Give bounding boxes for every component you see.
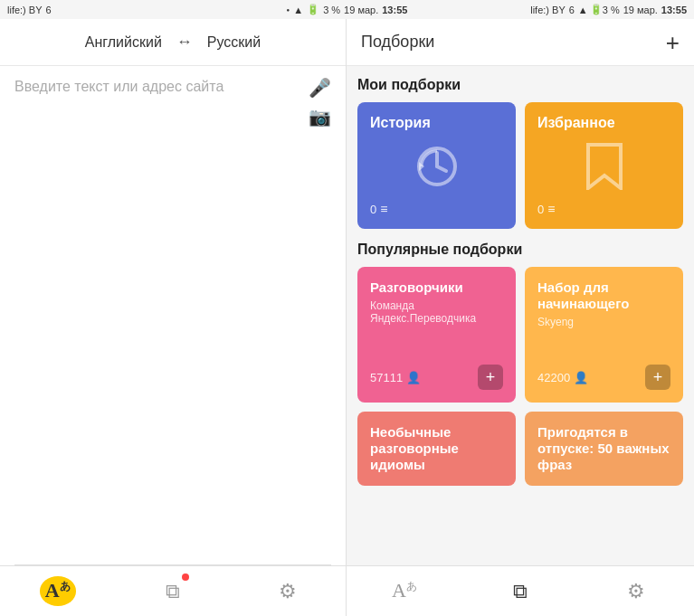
- favorites-card-icon-area: [537, 131, 670, 202]
- status-bar-center: ● ▲ 🔋 3 % 19 мар. 13:55: [287, 4, 408, 15]
- translator-input-area[interactable]: Введите текст или адрес сайта 🎤 📷: [0, 66, 346, 565]
- settings-nav-icon-right: ⚙: [627, 580, 645, 603]
- divider-line: [14, 564, 331, 565]
- idioms-card-title: Необычные разговорные идиомы: [370, 424, 503, 473]
- collections-title: Подборки: [361, 33, 434, 52]
- nav-item-translate-right[interactable]: Aあ: [347, 566, 462, 616]
- camera-icon[interactable]: 📷: [309, 106, 331, 128]
- favorites-card-title: Избранное: [537, 115, 670, 131]
- source-language[interactable]: Английский: [85, 34, 162, 51]
- swap-languages-icon[interactable]: ↔: [176, 33, 193, 52]
- collections-nav-icon: ⧉: [513, 580, 528, 603]
- signal-right: 6: [569, 5, 575, 15]
- signal-left: 6: [46, 5, 52, 15]
- right-panel: Подборки + Мои подборки История: [347, 19, 694, 616]
- favorites-card[interactable]: Избранное 0 ≡: [525, 102, 683, 229]
- beginner-card-title: Набор для начинающего: [537, 280, 670, 312]
- history-card-count: 0 ≡: [370, 202, 503, 216]
- my-collections-section: Мои подборки История: [357, 77, 683, 229]
- status-date: 19 мар.: [344, 5, 378, 15]
- battery-percent: 3 %: [323, 5, 340, 15]
- list-icon-fav: ≡: [547, 202, 555, 216]
- left-bottom-nav: Aあ ⧉ ⚙: [0, 565, 346, 616]
- beginner-card-footer: 42200 👤 +: [537, 365, 670, 390]
- phrasebook-count-area: 57111 👤: [370, 371, 421, 384]
- nav-item-collections-right[interactable]: ⧉: [462, 566, 578, 616]
- svg-marker-2: [588, 145, 621, 188]
- settings-nav-icon-left: ⚙: [279, 580, 297, 603]
- app-container: Английский ↔ Русский Введите текст или а…: [0, 19, 694, 616]
- clock-icon: [414, 144, 460, 189]
- target-language[interactable]: Русский: [207, 34, 261, 51]
- phrasebook-add-button[interactable]: +: [478, 365, 503, 390]
- idioms-card[interactable]: Необычные разговорные идиомы: [357, 412, 516, 486]
- clipboard-nav-icon: ⧉: [166, 580, 180, 603]
- input-placeholder: Введите текст или адрес сайта: [14, 77, 331, 97]
- status-bar: life:) BY 6 ● ▲ 🔋 3 % 19 мар. 13:55 life…: [0, 0, 694, 19]
- nav-item-settings-right[interactable]: ⚙: [578, 566, 694, 616]
- wifi-right-icon: ▲: [578, 5, 588, 15]
- mic-icon[interactable]: 🎤: [309, 77, 331, 99]
- travel-card[interactable]: Пригодятся в отпуске: 50 важных фраз: [525, 412, 683, 486]
- right-bottom-nav: Aあ ⧉ ⚙: [347, 565, 694, 616]
- beginner-count-area: 42200 👤: [537, 371, 588, 384]
- translator-header: Английский ↔ Русский: [0, 19, 346, 66]
- popular-collections-section: Популярные подборки Разговорчики Команда…: [357, 242, 683, 486]
- translate-nav-icon: Aあ: [40, 576, 76, 605]
- status-bar-right: life:) BY 6 ▲ 🔋 3 % 19 мар. 13:55: [407, 4, 694, 15]
- list-icon: ≡: [380, 202, 387, 216]
- favorites-card-count: 0 ≡: [537, 202, 670, 216]
- phrasebook-card[interactable]: Разговорчики Команда Яндекс.Переводчика …: [357, 267, 516, 403]
- nav-item-settings-left[interactable]: ⚙: [231, 566, 346, 616]
- left-panel: Английский ↔ Русский Введите текст или а…: [0, 19, 347, 616]
- beginner-card-author: Skyeng: [537, 316, 670, 328]
- nav-item-translate-left[interactable]: Aあ: [0, 566, 115, 616]
- my-collections-title: Мои подборки: [357, 77, 683, 93]
- beginner-card[interactable]: Набор для начинающего Skyeng 42200 👤 +: [525, 267, 683, 403]
- history-card[interactable]: История 0 ≡: [357, 102, 516, 229]
- user-icon-2: 👤: [574, 371, 588, 384]
- history-card-icon-area: [370, 131, 503, 202]
- nav-item-clipboard-left[interactable]: ⧉: [115, 566, 230, 616]
- dot-indicator: ●: [287, 7, 290, 13]
- translate-right-nav-icon: Aあ: [392, 579, 417, 602]
- phrasebook-card-author: Команда Яндекс.Переводчика: [370, 299, 503, 325]
- collections-header: Подборки +: [347, 19, 694, 66]
- wifi-icon: ▲: [293, 5, 303, 15]
- popular-collections-grid: Разговорчики Команда Яндекс.Переводчика …: [357, 267, 683, 486]
- clipboard-badge: [182, 573, 189, 581]
- battery-right-icon: 🔋: [590, 4, 603, 15]
- operator-right: life:) BY: [530, 5, 566, 15]
- add-collection-button[interactable]: +: [666, 31, 680, 54]
- history-card-title: История: [370, 115, 503, 131]
- user-icon-1: 👤: [406, 371, 421, 384]
- battery-icon: 🔋: [307, 4, 319, 15]
- my-collections-grid: История 0 ≡: [357, 102, 683, 229]
- battery-right-percent: 3 %: [603, 5, 620, 15]
- operator-left: life:) BY: [7, 5, 43, 15]
- bookmark-icon: [586, 143, 623, 190]
- status-time: 13:55: [382, 5, 407, 15]
- beginner-add-button[interactable]: +: [645, 365, 670, 390]
- status-right-time: 13:55: [661, 5, 687, 15]
- collections-content: Мои подборки История: [347, 66, 694, 565]
- status-right-date: 19 мар.: [623, 5, 658, 15]
- phrasebook-card-title: Разговорчики: [370, 280, 503, 296]
- phrasebook-card-footer: 57111 👤 +: [370, 365, 503, 390]
- popular-collections-title: Популярные подборки: [357, 242, 683, 258]
- travel-card-title: Пригодятся в отпуске: 50 важных фраз: [537, 424, 670, 473]
- status-bar-left: life:) BY 6: [0, 5, 287, 15]
